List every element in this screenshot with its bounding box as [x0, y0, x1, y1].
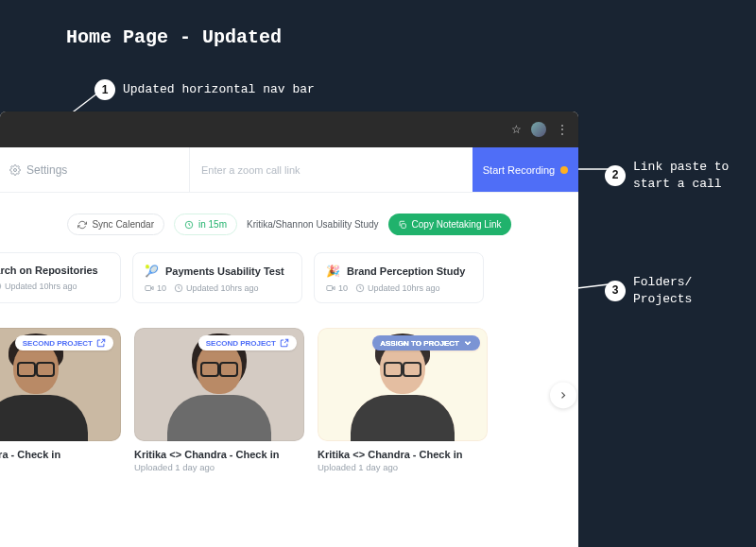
copy-icon: [398, 220, 407, 230]
gear-icon: [9, 164, 21, 176]
updated-time: Updated 10hrs ago: [355, 283, 440, 293]
annotation-number: 2: [605, 165, 626, 186]
project-card[interactable]: 🎉 Brand Perception Study 10 Updated 10hr…: [314, 252, 484, 303]
clock-icon: [355, 283, 365, 293]
annotation-number: 1: [94, 79, 115, 100]
recording-thumbnail[interactable]: ASSIGN TO PROJECT: [318, 328, 488, 441]
recording-card[interactable]: ASSIGN TO PROJECT Kritika <> Chandra - C…: [318, 328, 488, 472]
svg-point-6: [14, 168, 17, 171]
assign-to-project-badge[interactable]: ASSIGN TO PROJECT: [372, 335, 480, 350]
project-title: Brand Perception Study: [347, 265, 465, 277]
recording-thumbnail[interactable]: SECOND PROJECT: [0, 328, 121, 441]
profile-avatar-icon[interactable]: [531, 122, 546, 137]
project-title: Payments Usability Test: [165, 265, 284, 277]
start-recording-label: Start Recording: [483, 164, 555, 176]
upcoming-time: in 15m: [198, 219, 227, 230]
calendar-sync-row: Sync Calendar in 15m Kritika/Shannon Usa…: [0, 193, 578, 252]
chevron-down-icon: [463, 338, 472, 348]
video-icon: [145, 283, 154, 293]
clock-icon: [0, 282, 2, 291]
recording-card[interactable]: SECOND PROJECT <> Chandra - Check in 1 d…: [0, 328, 121, 472]
project-badge[interactable]: SECOND PROJECT: [15, 335, 113, 350]
zoom-link-input[interactable]: Enter a zoom call link: [189, 147, 472, 192]
annotation-1: 1 Updated horizontal nav bar: [94, 79, 315, 100]
recording-subtitle: 1 day ago: [0, 462, 121, 472]
project-emoji-icon: 🎾: [145, 265, 159, 278]
sync-calendar-button[interactable]: Sync Calendar: [67, 214, 164, 235]
recording-title: <> Chandra - Check in: [0, 449, 121, 460]
top-nav-bar: Settings Enter a zoom call link Start Re…: [0, 147, 578, 193]
recording-title: Kritika <> Chandra - Check in: [134, 449, 304, 460]
project-card[interactable]: 🎾 Payments Usability Test 10 Updated 10h…: [132, 252, 302, 303]
sync-calendar-label: Sync Calendar: [92, 219, 154, 230]
annotation-text: Link paste to start a call: [633, 159, 729, 192]
bookmark-star-icon[interactable]: ☆: [511, 123, 522, 136]
annotation-text: Folders/ Projects: [633, 274, 692, 307]
external-link-icon: [280, 338, 289, 348]
settings-label: Settings: [26, 163, 67, 177]
annotation-3: 3 Folders/ Projects: [605, 274, 692, 307]
chevron-right-icon: [558, 389, 569, 401]
clock-icon: [174, 283, 183, 293]
project-emoji-icon: 🎉: [326, 265, 340, 278]
clock-icon: [184, 220, 194, 230]
browser-chrome: ☆ ⋮: [0, 111, 578, 147]
recording-count: 10: [326, 283, 348, 293]
recording-card[interactable]: SECOND PROJECT Kritika <> Chandra - Chec…: [134, 328, 304, 472]
upcoming-meeting-title: Kritika/Shannon Usability Study: [247, 219, 379, 230]
projects-row: Research on Repositories 10 Updated 10hr…: [0, 252, 578, 328]
copy-notetaking-link-label: Copy Notetaking Link: [412, 219, 502, 230]
recordings-row: SECOND PROJECT <> Chandra - Check in 1 d…: [0, 328, 578, 472]
updated-time: Updated 10hrs ago: [174, 283, 259, 293]
refresh-icon: [77, 220, 87, 230]
svg-rect-13: [327, 286, 333, 291]
copy-notetaking-link-button[interactable]: Copy Notetaking Link: [388, 214, 511, 235]
start-recording-button[interactable]: Start Recording: [472, 147, 578, 192]
recording-thumbnail[interactable]: SECOND PROJECT: [134, 328, 304, 441]
project-badge[interactable]: SECOND PROJECT: [198, 335, 297, 350]
page-title: Home Page - Updated: [66, 26, 282, 48]
recording-subtitle: Uploaded 1 day ago: [134, 462, 304, 472]
upcoming-meeting-chip[interactable]: in 15m: [174, 214, 237, 235]
annotation-2: 2 Link paste to start a call: [605, 159, 729, 192]
svg-point-10: [0, 282, 1, 290]
updated-time: Updated 10hrs ago: [0, 282, 77, 291]
annotation-text: Updated horizontal nav bar: [123, 81, 315, 98]
video-icon: [326, 283, 335, 293]
project-card[interactable]: Research on Repositories 10 Updated 10hr…: [0, 252, 121, 303]
recording-title: Kritika <> Chandra - Check in: [318, 449, 488, 460]
annotation-number: 3: [605, 281, 626, 301]
next-page-button[interactable]: [550, 382, 576, 408]
svg-rect-11: [146, 286, 151, 291]
recording-subtitle: Uploaded 1 day ago: [318, 462, 488, 472]
zoom-link-placeholder: Enter a zoom call link: [201, 164, 301, 176]
project-title: Research on Repositories: [0, 265, 98, 276]
app-window: ☆ ⋮ Settings Enter a zoom call link Star…: [0, 111, 578, 547]
settings-link[interactable]: Settings: [0, 147, 189, 192]
svg-rect-8: [401, 223, 405, 228]
record-icon: [560, 166, 568, 174]
external-link-icon: [96, 338, 106, 348]
recording-count: 10: [145, 283, 166, 293]
